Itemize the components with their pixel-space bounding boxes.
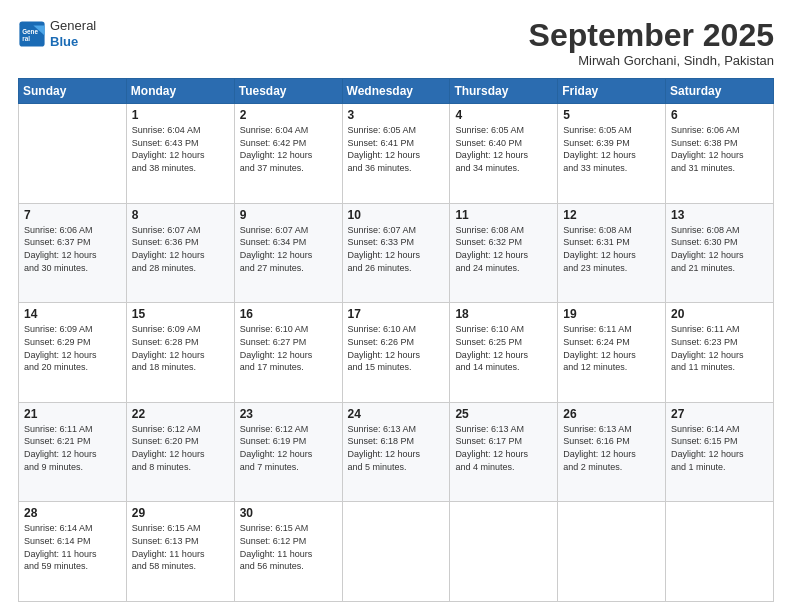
table-row: 26Sunrise: 6:13 AM Sunset: 6:16 PM Dayli…	[558, 402, 666, 502]
table-row: 11Sunrise: 6:08 AM Sunset: 6:32 PM Dayli…	[450, 203, 558, 303]
day-number: 17	[348, 307, 445, 321]
table-row	[19, 104, 127, 204]
day-info: Sunrise: 6:07 AM Sunset: 6:36 PM Dayligh…	[132, 224, 229, 274]
day-number: 15	[132, 307, 229, 321]
table-row: 8Sunrise: 6:07 AM Sunset: 6:36 PM Daylig…	[126, 203, 234, 303]
day-number: 8	[132, 208, 229, 222]
day-number: 9	[240, 208, 337, 222]
day-info: Sunrise: 6:10 AM Sunset: 6:25 PM Dayligh…	[455, 323, 552, 373]
table-row: 5Sunrise: 6:05 AM Sunset: 6:39 PM Daylig…	[558, 104, 666, 204]
title-block: September 2025 Mirwah Gorchani, Sindh, P…	[529, 18, 774, 68]
table-row: 19Sunrise: 6:11 AM Sunset: 6:24 PM Dayli…	[558, 303, 666, 403]
day-number: 13	[671, 208, 768, 222]
day-number: 30	[240, 506, 337, 520]
table-row	[342, 502, 450, 602]
day-number: 7	[24, 208, 121, 222]
day-number: 11	[455, 208, 552, 222]
day-info: Sunrise: 6:10 AM Sunset: 6:27 PM Dayligh…	[240, 323, 337, 373]
table-row: 17Sunrise: 6:10 AM Sunset: 6:26 PM Dayli…	[342, 303, 450, 403]
month-title: September 2025	[529, 18, 774, 53]
day-number: 24	[348, 407, 445, 421]
day-number: 14	[24, 307, 121, 321]
table-row: 21Sunrise: 6:11 AM Sunset: 6:21 PM Dayli…	[19, 402, 127, 502]
day-info: Sunrise: 6:06 AM Sunset: 6:37 PM Dayligh…	[24, 224, 121, 274]
table-row: 6Sunrise: 6:06 AM Sunset: 6:38 PM Daylig…	[666, 104, 774, 204]
day-info: Sunrise: 6:10 AM Sunset: 6:26 PM Dayligh…	[348, 323, 445, 373]
day-info: Sunrise: 6:11 AM Sunset: 6:24 PM Dayligh…	[563, 323, 660, 373]
col-sunday: Sunday	[19, 79, 127, 104]
table-row: 2Sunrise: 6:04 AM Sunset: 6:42 PM Daylig…	[234, 104, 342, 204]
day-number: 22	[132, 407, 229, 421]
day-info: Sunrise: 6:13 AM Sunset: 6:18 PM Dayligh…	[348, 423, 445, 473]
calendar-week-row: 7Sunrise: 6:06 AM Sunset: 6:37 PM Daylig…	[19, 203, 774, 303]
table-row: 25Sunrise: 6:13 AM Sunset: 6:17 PM Dayli…	[450, 402, 558, 502]
table-row: 7Sunrise: 6:06 AM Sunset: 6:37 PM Daylig…	[19, 203, 127, 303]
table-row: 13Sunrise: 6:08 AM Sunset: 6:30 PM Dayli…	[666, 203, 774, 303]
calendar-header-row: Sunday Monday Tuesday Wednesday Thursday…	[19, 79, 774, 104]
table-row: 14Sunrise: 6:09 AM Sunset: 6:29 PM Dayli…	[19, 303, 127, 403]
day-number: 27	[671, 407, 768, 421]
logo-blue: Blue	[50, 34, 78, 49]
day-number: 29	[132, 506, 229, 520]
table-row: 27Sunrise: 6:14 AM Sunset: 6:15 PM Dayli…	[666, 402, 774, 502]
table-row: 16Sunrise: 6:10 AM Sunset: 6:27 PM Dayli…	[234, 303, 342, 403]
day-info: Sunrise: 6:08 AM Sunset: 6:30 PM Dayligh…	[671, 224, 768, 274]
table-row: 20Sunrise: 6:11 AM Sunset: 6:23 PM Dayli…	[666, 303, 774, 403]
table-row: 9Sunrise: 6:07 AM Sunset: 6:34 PM Daylig…	[234, 203, 342, 303]
location-subtitle: Mirwah Gorchani, Sindh, Pakistan	[529, 53, 774, 68]
table-row: 4Sunrise: 6:05 AM Sunset: 6:40 PM Daylig…	[450, 104, 558, 204]
col-monday: Monday	[126, 79, 234, 104]
day-info: Sunrise: 6:05 AM Sunset: 6:41 PM Dayligh…	[348, 124, 445, 174]
day-info: Sunrise: 6:04 AM Sunset: 6:42 PM Dayligh…	[240, 124, 337, 174]
logo-general: General	[50, 18, 96, 34]
day-number: 21	[24, 407, 121, 421]
table-row: 30Sunrise: 6:15 AM Sunset: 6:12 PM Dayli…	[234, 502, 342, 602]
logo-text: General Blue	[50, 18, 96, 49]
day-info: Sunrise: 6:13 AM Sunset: 6:17 PM Dayligh…	[455, 423, 552, 473]
day-info: Sunrise: 6:11 AM Sunset: 6:23 PM Dayligh…	[671, 323, 768, 373]
day-info: Sunrise: 6:05 AM Sunset: 6:40 PM Dayligh…	[455, 124, 552, 174]
table-row: 18Sunrise: 6:10 AM Sunset: 6:25 PM Dayli…	[450, 303, 558, 403]
day-info: Sunrise: 6:08 AM Sunset: 6:31 PM Dayligh…	[563, 224, 660, 274]
calendar-week-row: 28Sunrise: 6:14 AM Sunset: 6:14 PM Dayli…	[19, 502, 774, 602]
calendar-table: Sunday Monday Tuesday Wednesday Thursday…	[18, 78, 774, 602]
day-number: 12	[563, 208, 660, 222]
day-info: Sunrise: 6:12 AM Sunset: 6:19 PM Dayligh…	[240, 423, 337, 473]
table-row	[450, 502, 558, 602]
day-info: Sunrise: 6:11 AM Sunset: 6:21 PM Dayligh…	[24, 423, 121, 473]
calendar-week-row: 14Sunrise: 6:09 AM Sunset: 6:29 PM Dayli…	[19, 303, 774, 403]
day-info: Sunrise: 6:14 AM Sunset: 6:14 PM Dayligh…	[24, 522, 121, 572]
day-number: 1	[132, 108, 229, 122]
table-row: 28Sunrise: 6:14 AM Sunset: 6:14 PM Dayli…	[19, 502, 127, 602]
day-info: Sunrise: 6:09 AM Sunset: 6:29 PM Dayligh…	[24, 323, 121, 373]
col-friday: Friday	[558, 79, 666, 104]
day-number: 16	[240, 307, 337, 321]
day-info: Sunrise: 6:15 AM Sunset: 6:12 PM Dayligh…	[240, 522, 337, 572]
table-row: 15Sunrise: 6:09 AM Sunset: 6:28 PM Dayli…	[126, 303, 234, 403]
col-wednesday: Wednesday	[342, 79, 450, 104]
svg-text:Gene: Gene	[22, 28, 38, 35]
table-row	[558, 502, 666, 602]
table-row: 3Sunrise: 6:05 AM Sunset: 6:41 PM Daylig…	[342, 104, 450, 204]
day-info: Sunrise: 6:07 AM Sunset: 6:34 PM Dayligh…	[240, 224, 337, 274]
table-row	[666, 502, 774, 602]
calendar-week-row: 21Sunrise: 6:11 AM Sunset: 6:21 PM Dayli…	[19, 402, 774, 502]
day-info: Sunrise: 6:13 AM Sunset: 6:16 PM Dayligh…	[563, 423, 660, 473]
day-number: 6	[671, 108, 768, 122]
table-row: 1Sunrise: 6:04 AM Sunset: 6:43 PM Daylig…	[126, 104, 234, 204]
day-info: Sunrise: 6:15 AM Sunset: 6:13 PM Dayligh…	[132, 522, 229, 572]
day-info: Sunrise: 6:14 AM Sunset: 6:15 PM Dayligh…	[671, 423, 768, 473]
logo-icon: Gene ral	[18, 20, 46, 48]
table-row: 10Sunrise: 6:07 AM Sunset: 6:33 PM Dayli…	[342, 203, 450, 303]
day-info: Sunrise: 6:12 AM Sunset: 6:20 PM Dayligh…	[132, 423, 229, 473]
day-info: Sunrise: 6:06 AM Sunset: 6:38 PM Dayligh…	[671, 124, 768, 174]
col-saturday: Saturday	[666, 79, 774, 104]
col-tuesday: Tuesday	[234, 79, 342, 104]
day-number: 3	[348, 108, 445, 122]
header: Gene ral General Blue September 2025 Mir…	[18, 18, 774, 68]
day-number: 26	[563, 407, 660, 421]
day-number: 19	[563, 307, 660, 321]
svg-text:ral: ral	[22, 35, 30, 42]
day-number: 20	[671, 307, 768, 321]
day-number: 10	[348, 208, 445, 222]
